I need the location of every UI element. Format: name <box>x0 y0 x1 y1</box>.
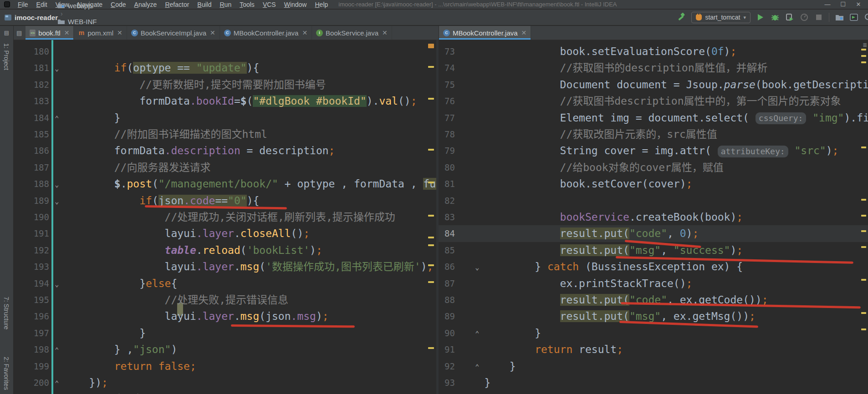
close-icon[interactable]: ✕ <box>210 29 215 36</box>
code-line-78[interactable]: 78 //获取改图片元素的，src属性值 <box>439 126 868 143</box>
run-configuration-select[interactable]: start_tomcat ▾ <box>691 12 751 23</box>
code-line-91[interactable]: 91 return result; <box>439 341 868 358</box>
sidebar-item-favorites[interactable]: 2: Favorites <box>3 357 10 390</box>
close-icon[interactable]: ✕ <box>64 29 70 36</box>
build-hammer-icon[interactable] <box>677 13 686 22</box>
code-line-77[interactable]: 77 Element img = document.select( cssQue… <box>439 110 868 126</box>
code-line-201[interactable]: 201 //删除图书 <box>14 391 436 394</box>
code-line-92[interactable]: 92⌃ } <box>439 358 868 375</box>
code-line-79[interactable]: 79 String cover = img.attr( attributeKey… <box>439 142 868 159</box>
profiler-button[interactable] <box>800 13 809 22</box>
code-line-199[interactable]: 199 return false; <box>14 358 436 375</box>
line-number: 196 <box>14 308 49 324</box>
code-line-194[interactable]: 194⌄ }else{ <box>14 275 436 292</box>
debug-button[interactable] <box>771 13 780 22</box>
maximize-button[interactable]: ☐ <box>835 1 851 8</box>
close-icon[interactable]: ✕ <box>382 29 388 36</box>
fold-up-icon[interactable]: ⌃ <box>55 111 59 127</box>
tab-bookservice-java[interactable]: IBookService.java✕ <box>312 26 392 40</box>
vcs-changes-icon[interactable] <box>835 13 844 22</box>
code-line-181[interactable]: 181⌄ if(optype == "update"){ <box>14 60 436 76</box>
close-icon[interactable]: ✕ <box>117 29 123 36</box>
tab-pom-xml[interactable]: mpom.xml✕ <box>74 26 127 40</box>
code-line-87[interactable]: 87 ex.printStackTrace(); <box>439 275 868 292</box>
tab-mbookcontroller-java[interactable]: CMBookController.java✕ <box>220 26 312 40</box>
right-scroll-stripe[interactable]: ≣ <box>860 40 868 394</box>
menu-item-run[interactable]: Run <box>215 1 235 8</box>
code-line-193[interactable]: 193 layui.layer.msg('数据操作成功,图书列表已刷新'); <box>14 258 436 275</box>
code-line-74[interactable]: 74 //获取图书的description属性值，并解析 <box>439 60 868 76</box>
line-number: 191 <box>14 225 49 242</box>
sidebar-item-project[interactable]: 1: Project <box>3 43 10 70</box>
close-icon[interactable]: ✕ <box>521 29 527 36</box>
code-line-185[interactable]: 185 //附加图书详细描述的图文html <box>14 126 436 143</box>
fold-up-icon[interactable]: ⌃ <box>55 375 59 392</box>
code-line-198[interactable]: 198⌃ } ,"json") <box>14 341 436 358</box>
inspection-status-icon[interactable] <box>428 44 434 48</box>
fold-down-icon[interactable]: ⌄ <box>55 276 59 293</box>
code-line-187[interactable]: 187 //向服务器发送请求 <box>14 159 436 176</box>
close-button[interactable]: ✕ <box>851 1 866 8</box>
code-line-90[interactable]: 90⌃ } <box>439 325 868 342</box>
code-line-197[interactable]: 197 } <box>14 325 436 342</box>
code-line-183[interactable]: 183 formData.bookId=$("#dlgBook #bookId"… <box>14 93 436 110</box>
code-line-182[interactable]: 182 //更新数据时,提交时需要附加图书编号 <box>14 76 436 93</box>
code-line-85[interactable]: 85 result.put("msg", "success"); <box>439 242 868 259</box>
editor-left-book-ftl[interactable]: 180181⌄ if(optype == "update"){182 //更新数… <box>14 40 436 394</box>
tool-window-icon[interactable]: ▤ <box>4 30 10 36</box>
minimize-button[interactable]: — <box>820 1 835 8</box>
code-line-75[interactable]: 75 Document document = Jsoup.parse(book.… <box>439 76 868 93</box>
breadcrumb-item-web-inf[interactable]: WEB-INF <box>58 18 108 25</box>
fold-down-icon[interactable]: ⌄ <box>55 193 59 210</box>
close-icon[interactable]: ✕ <box>302 29 307 36</box>
run-with-coverage-button[interactable] <box>785 13 794 22</box>
stripe-menu-icon[interactable]: ≣ <box>863 42 867 48</box>
menu-item-tools[interactable]: Tools <box>235 1 259 8</box>
code-line-93[interactable]: 93 } <box>439 374 868 391</box>
menu-item-analyze[interactable]: Analyze <box>130 1 161 8</box>
tab-bookserviceimpl-java[interactable]: CBookServiceImpl.java✕ <box>127 26 220 40</box>
fold-down-icon[interactable]: ⌄ <box>55 61 59 77</box>
code-line-94[interactable]: 94 <box>439 391 868 394</box>
menu-item-edit[interactable]: Edit <box>32 1 51 8</box>
terminal-run-icon[interactable] <box>849 13 858 22</box>
sidebar-item-structure[interactable]: 7: Structure <box>3 297 10 329</box>
menu-item-code[interactable]: Code <box>107 1 130 8</box>
search-everywhere-icon[interactable] <box>864 13 868 22</box>
breadcrumb-item-webapp[interactable]: webapp <box>58 2 108 10</box>
left-scroll-stripe[interactable] <box>426 40 436 394</box>
code-line-195[interactable]: 195 //处理失败,提示错误信息 <box>14 292 436 308</box>
editor-right-mbookcontroller[interactable]: 73 book.setEvaluationScore(0f);74 //获取图书… <box>439 40 868 394</box>
code-line-82[interactable]: 82 <box>439 192 868 209</box>
code-line-186[interactable]: 186 formData.description = description; <box>14 142 436 159</box>
fold-down-icon[interactable]: ⌄ <box>55 177 59 193</box>
fold-up-icon[interactable]: ⌃ <box>55 342 59 359</box>
menu-item-build[interactable]: Build <box>193 1 215 8</box>
run-button[interactable] <box>756 13 765 22</box>
code-line-184[interactable]: 184⌃ } <box>14 110 436 126</box>
code-line-76[interactable]: 76 //获取图书description属性中的，第一个图片的元素对象 <box>439 93 868 110</box>
tab-list-icon[interactable]: ▤ <box>14 30 26 36</box>
code-line-73[interactable]: 73 book.setEvaluationScore(0f); <box>439 43 868 60</box>
code-line-188[interactable]: 188⌄ $.post("/management/book/" + optype… <box>14 176 436 192</box>
tab-mbookcontroller-java[interactable]: CMBookController.java✕ <box>439 26 531 40</box>
code-line-84[interactable]: 84 result.put("code", 0); <box>439 225 868 242</box>
code-line-190[interactable]: 190 //处理成功,关闭对话框,刷新列表,提示操作成功 <box>14 209 436 226</box>
code-line-80[interactable]: 80 //给book对象的cover属性，赋值 <box>439 159 868 176</box>
breadcrumb-project[interactable]: imooc-reader <box>15 14 58 21</box>
code-line-200[interactable]: 200⌃ }); <box>14 374 436 391</box>
code-line-83[interactable]: 83 bookService.createBook(book); <box>439 209 868 226</box>
code-line-192[interactable]: 192 table.reload('bookList'); <box>14 242 436 259</box>
code-text: book.setCover(cover); <box>459 176 692 192</box>
code-line-81[interactable]: 81 book.setCover(cover); <box>439 176 868 192</box>
menu-item-window[interactable]: Window <box>280 1 311 8</box>
menu-item-help[interactable]: Help <box>311 1 332 8</box>
menu-item-vcs[interactable]: VCS <box>259 1 280 8</box>
tab-book-ftl[interactable]: <>book.ftl✕ <box>26 26 74 40</box>
stop-button[interactable] <box>814 13 823 22</box>
code-line-180[interactable]: 180 <box>14 43 436 60</box>
menu-item-refactor[interactable]: Refactor <box>161 1 193 8</box>
code-line-196[interactable]: 196 layui.layer.msg(json.msg); <box>14 308 436 325</box>
code-line-191[interactable]: 191 layui.layer.closeAll(); <box>14 225 436 242</box>
menu-item-file[interactable]: File <box>14 1 32 8</box>
